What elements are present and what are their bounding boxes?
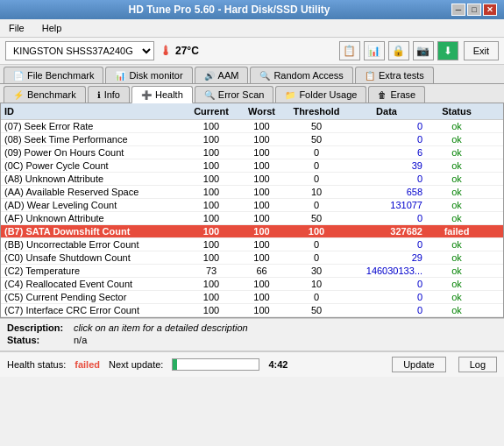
cell-scroll bbox=[487, 173, 503, 185]
aam-icon: 🔊 bbox=[204, 71, 215, 81]
folder-usage-label: Folder Usage bbox=[299, 89, 357, 100]
table-row[interactable]: (AD) Wear Leveling Count 100 100 0 13107… bbox=[1, 199, 503, 212]
header-data: Data bbox=[347, 105, 426, 117]
minimize-button[interactable]: ─ bbox=[451, 4, 465, 16]
tab-folder-usage[interactable]: 📁Folder Usage bbox=[275, 86, 366, 103]
tab-random-access[interactable]: 🔍Random Access bbox=[250, 67, 352, 83]
table-row[interactable]: (AF) Unknown Attribute 100 100 50 0 ok bbox=[1, 212, 503, 225]
benchmark-label: Benchmark bbox=[27, 89, 76, 100]
cell-status: ok bbox=[426, 159, 487, 172]
cell-current: 100 bbox=[185, 304, 238, 316]
cell-threshold: 0 bbox=[286, 251, 347, 264]
description-value: click on an item for a detailed descript… bbox=[74, 322, 248, 333]
cell-scroll bbox=[487, 225, 503, 237]
menu-file[interactable]: File bbox=[4, 21, 30, 35]
status-bar: Health status: failed Next update: 4:42 … bbox=[0, 350, 504, 377]
random-access-icon: 🔍 bbox=[259, 71, 270, 81]
table-row[interactable]: (C2) Temperature 73 66 30 146030133... o… bbox=[1, 265, 503, 278]
cell-data: 39 bbox=[347, 159, 426, 172]
cell-current: 100 bbox=[185, 212, 238, 224]
disk-monitor-label: Disk monitor bbox=[129, 70, 182, 81]
cell-current: 100 bbox=[185, 278, 238, 290]
tab-extra-tests[interactable]: 📋Extra tests bbox=[355, 67, 434, 83]
cell-worst: 100 bbox=[238, 173, 286, 185]
cell-worst: 100 bbox=[238, 186, 286, 198]
table-row[interactable]: (C7) Interface CRC Error Count 100 100 5… bbox=[1, 304, 503, 317]
cell-scroll bbox=[487, 278, 503, 290]
cell-data: 0 bbox=[347, 278, 426, 290]
menu-bar: File Help bbox=[0, 19, 504, 38]
cell-threshold: 0 bbox=[286, 146, 347, 159]
tab-file-benchmark[interactable]: 📄File Benchmark bbox=[4, 67, 103, 83]
info-icon: ℹ bbox=[97, 90, 101, 100]
cell-current: 100 bbox=[185, 120, 238, 132]
cell-scroll bbox=[487, 146, 503, 159]
disk-selector[interactable]: KINGSTON SHSS37A240G (240 gB) bbox=[5, 41, 154, 60]
cell-status: ok bbox=[426, 251, 487, 264]
maximize-button[interactable]: □ bbox=[467, 4, 481, 16]
log-button[interactable]: Log bbox=[458, 357, 497, 372]
cell-id: (BB) Uncorrectable Error Count bbox=[1, 238, 185, 251]
tab-info[interactable]: ℹInfo bbox=[88, 86, 130, 103]
table-row[interactable]: (A8) Unknown Attribute 100 100 0 0 ok bbox=[1, 173, 503, 186]
cell-status: ok bbox=[426, 186, 487, 198]
close-button[interactable]: ✕ bbox=[483, 4, 497, 16]
cell-status: ok bbox=[426, 212, 487, 224]
table-row[interactable]: (BB) Uncorrectable Error Count 100 100 0… bbox=[1, 238, 503, 251]
cell-data: 0 bbox=[347, 173, 426, 185]
cell-current: 100 bbox=[185, 133, 238, 145]
cell-status: ok bbox=[426, 304, 487, 316]
exit-button[interactable]: Exit bbox=[464, 41, 499, 60]
tab-error-scan[interactable]: 🔍Error Scan bbox=[195, 86, 274, 103]
toolbar-icon-1[interactable]: 📋 bbox=[339, 41, 360, 60]
title-bar: HD Tune Pro 5.60 - Hard Disk/SSD Utility… bbox=[0, 0, 504, 19]
tab-disk-monitor[interactable]: 📊Disk monitor bbox=[105, 67, 192, 83]
cell-current: 100 bbox=[185, 291, 238, 303]
cell-id: (C7) Interface CRC Error Count bbox=[1, 304, 185, 316]
table-row[interactable]: (08) Seek Time Performance 100 100 50 0 … bbox=[1, 133, 503, 146]
table-row[interactable]: (07) Seek Error Rate 100 100 50 0 ok bbox=[1, 120, 503, 133]
table-row[interactable]: (AA) Available Reserved Space 100 100 10… bbox=[1, 186, 503, 199]
tab-health[interactable]: ➕Health bbox=[131, 86, 193, 103]
cell-id: (AF) Unknown Attribute bbox=[1, 212, 185, 224]
cell-worst: 100 bbox=[238, 278, 286, 290]
temperature-display: 🌡 27°C bbox=[160, 44, 199, 58]
cell-current: 100 bbox=[185, 186, 238, 198]
cell-data: 0 bbox=[347, 238, 426, 251]
toolbar-icon-3[interactable]: 🔒 bbox=[388, 41, 409, 60]
cell-id: (08) Seek Time Performance bbox=[1, 133, 185, 145]
erase-icon: 🗑 bbox=[378, 90, 387, 100]
toolbar-icon-2[interactable]: 📊 bbox=[364, 41, 385, 60]
table-row[interactable]: (09) Power On Hours Count 100 100 0 6 ok bbox=[1, 146, 503, 159]
tab-benchmark[interactable]: ⚡Benchmark bbox=[4, 86, 86, 103]
cell-worst: 100 bbox=[238, 238, 286, 251]
cell-worst: 100 bbox=[238, 199, 286, 211]
status-value: n/a bbox=[74, 335, 87, 345]
cell-id: (0C) Power Cycle Count bbox=[1, 159, 185, 172]
toolbar-icon-4[interactable]: 📷 bbox=[413, 41, 434, 60]
cell-id: (C5) Current Pending Sector bbox=[1, 291, 185, 303]
cell-status: ok bbox=[426, 146, 487, 159]
tabs-row1: 📄File Benchmark📊Disk monitor🔊AAM🔍Random … bbox=[0, 65, 504, 84]
table-row[interactable]: (0C) Power Cycle Count 100 100 0 39 ok bbox=[1, 159, 503, 173]
table-row[interactable]: (C0) Unsafe Shutdown Count 100 100 0 29 … bbox=[1, 251, 503, 265]
table-row[interactable]: (B7) SATA Downshift Count 100 100 100 32… bbox=[1, 225, 503, 238]
tab-aam[interactable]: 🔊AAM bbox=[195, 67, 249, 83]
cell-scroll bbox=[487, 199, 503, 211]
cell-status: ok bbox=[426, 265, 487, 277]
menu-help[interactable]: Help bbox=[37, 21, 67, 35]
cell-threshold: 50 bbox=[286, 120, 347, 132]
tab-erase[interactable]: 🗑Erase bbox=[368, 86, 425, 103]
file-benchmark-icon: 📄 bbox=[13, 71, 24, 81]
extra-tests-icon: 📋 bbox=[365, 71, 375, 81]
info-label: Info bbox=[104, 89, 120, 100]
table-row[interactable]: (C4) Reallocated Event Count 100 100 10 … bbox=[1, 278, 503, 291]
update-button[interactable]: Update bbox=[392, 357, 445, 372]
header-current: Current bbox=[185, 105, 238, 117]
cell-id: (C4) Reallocated Event Count bbox=[1, 278, 185, 290]
toolbar-icon-5[interactable]: ⬇ bbox=[437, 41, 458, 60]
scrollbar-spacer bbox=[487, 105, 504, 117]
file-benchmark-label: File Benchmark bbox=[27, 70, 94, 81]
cell-threshold: 0 bbox=[286, 238, 347, 251]
table-row[interactable]: (C5) Current Pending Sector 100 100 0 0 … bbox=[1, 291, 503, 304]
